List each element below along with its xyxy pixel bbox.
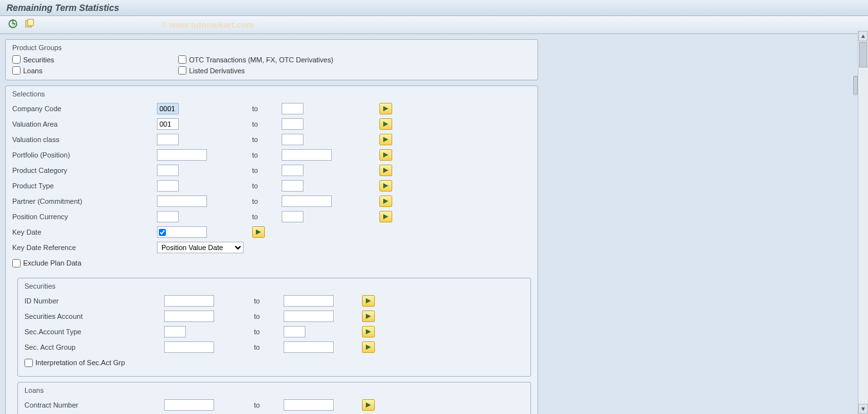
input-valuation-area-from[interactable]: [157, 118, 179, 130]
checkbox-listed[interactable]: [178, 66, 186, 75]
main-content: Product Groups Securities OTC Transactio…: [0, 34, 543, 414]
label-sec-account-type: Sec.Account Type: [24, 328, 164, 336]
group-title-product-groups: Product Groups: [12, 44, 531, 51]
group-product-groups: Product Groups Securities OTC Transactio…: [5, 39, 538, 80]
input-sec-account-from[interactable]: [164, 310, 214, 322]
label-product-type: Product Type: [12, 182, 157, 190]
label-id-number: ID Number: [24, 297, 164, 305]
input-product-category-to[interactable]: [282, 165, 303, 176]
multi-select-company-code[interactable]: [379, 103, 392, 114]
label-valuation-area: Valuation Area: [12, 120, 157, 128]
input-product-type-to[interactable]: [282, 180, 303, 192]
vertical-scrollbar[interactable]: ▲ ▼: [858, 31, 868, 414]
multi-select-partner[interactable]: [379, 195, 392, 207]
input-key-date-value[interactable]: [167, 227, 205, 237]
input-key-date-wrapper[interactable]: [157, 226, 207, 238]
checkbox-key-date[interactable]: [159, 229, 166, 236]
label-loans: Loans: [23, 67, 42, 75]
input-portfolio-to[interactable]: [282, 149, 332, 161]
checkbox-interpret-sec-act-grp[interactable]: [24, 359, 33, 367]
group-title-securities: Securities: [24, 282, 524, 290]
label-portfolio: Portfolio (Position): [12, 151, 157, 159]
scroll-track[interactable]: [858, 68, 868, 404]
input-valuation-class-from[interactable]: [157, 134, 179, 145]
checkbox-loans[interactable]: [12, 66, 21, 75]
splitter-handle[interactable]: [853, 76, 858, 95]
title-bar: Remaining Term Statistics: [0, 0, 868, 16]
input-id-number-to[interactable]: [284, 295, 334, 307]
label-sec-account: Securities Account: [24, 312, 164, 320]
svg-rect-2: [28, 19, 33, 26]
label-securities: Securities: [23, 56, 54, 64]
input-portfolio-from[interactable]: [157, 149, 207, 161]
input-valuation-class-to[interactable]: [282, 134, 303, 145]
label-product-category: Product Category: [12, 166, 157, 174]
page-title: Remaining Term Statistics: [6, 3, 862, 13]
group-loans: Loans Contract Number to: [17, 382, 531, 414]
label-key-date: Key Date: [12, 228, 157, 236]
multi-select-sec-account[interactable]: [362, 310, 375, 322]
input-contract-number-from[interactable]: [164, 399, 214, 411]
input-company-code-to[interactable]: [282, 103, 303, 114]
label-to: to: [252, 105, 282, 113]
label-partner: Partner (Commitment): [12, 197, 157, 205]
input-partner-to[interactable]: [282, 195, 332, 207]
input-position-currency-to[interactable]: [282, 211, 303, 222]
right-empty-area: [543, 34, 868, 414]
multi-select-valuation-area[interactable]: [379, 118, 392, 130]
toolbar: © www.tutorialkart.com: [0, 16, 868, 34]
scroll-thumb[interactable]: [859, 42, 867, 68]
select-key-date-ref[interactable]: Position Value Date: [157, 242, 244, 253]
label-listed: Listed Derivatives: [189, 67, 245, 75]
label-position-currency: Position Currency: [12, 213, 157, 221]
input-sec-acct-group-to[interactable]: [284, 341, 334, 353]
multi-select-valuation-class[interactable]: [379, 134, 392, 145]
label-key-date-ref: Key Date Reference: [12, 244, 157, 251]
label-contract-number: Contract Number: [24, 401, 164, 409]
input-id-number-from[interactable]: [164, 295, 214, 307]
input-sec-account-type-from[interactable]: [164, 326, 186, 338]
multi-select-product-type[interactable]: [379, 180, 392, 192]
multi-select-portfolio[interactable]: [379, 149, 392, 161]
label-sec-acct-group: Sec. Acct Group: [24, 343, 164, 351]
input-contract-number-to[interactable]: [284, 399, 334, 411]
multi-select-sec-account-type[interactable]: [362, 326, 375, 338]
input-company-code-from[interactable]: [157, 103, 179, 114]
group-title-selections: Selections: [12, 90, 531, 98]
group-selections: Selections Company Code to Valuation Are…: [5, 86, 538, 414]
execute-button[interactable]: [6, 17, 19, 32]
scroll-up-arrow-icon[interactable]: ▲: [858, 31, 868, 41]
input-sec-account-type-to[interactable]: [284, 326, 305, 338]
input-product-category-from[interactable]: [157, 165, 179, 176]
get-variant-button[interactable]: [23, 17, 36, 32]
multi-select-contract-number[interactable]: [362, 399, 375, 411]
input-partner-from[interactable]: [157, 195, 207, 207]
multi-select-key-date[interactable]: [252, 226, 265, 238]
label-valuation-class: Valuation class: [12, 136, 157, 143]
multi-select-product-category[interactable]: [379, 165, 392, 176]
label-interpret-sec-act-grp: Interpretation of Sec.Act Grp: [35, 359, 125, 366]
input-product-type-from[interactable]: [157, 180, 179, 192]
label-company-code: Company Code: [12, 105, 157, 113]
input-sec-acct-group-from[interactable]: [164, 341, 214, 353]
checkbox-exclude-plan[interactable]: [12, 259, 21, 267]
group-securities: Securities ID Number to Securities Accou…: [17, 278, 531, 377]
scroll-down-arrow-icon[interactable]: ▼: [858, 404, 868, 414]
input-sec-account-to[interactable]: [284, 310, 334, 322]
multi-select-sec-acct-group[interactable]: [362, 341, 375, 353]
checkbox-otc[interactable]: [178, 55, 186, 64]
input-valuation-area-to[interactable]: [282, 118, 303, 130]
multi-select-id-number[interactable]: [362, 295, 375, 307]
multi-select-position-currency[interactable]: [379, 211, 392, 222]
label-exclude-plan: Exclude Plan Data: [23, 259, 82, 267]
input-position-currency-from[interactable]: [157, 211, 179, 222]
group-title-loans: Loans: [24, 386, 524, 394]
watermark-text: © www.tutorialkart.com: [161, 20, 254, 30]
label-otc: OTC Transactions (MM, FX, OTC Derivative…: [189, 56, 333, 64]
checkbox-securities[interactable]: [12, 55, 21, 64]
